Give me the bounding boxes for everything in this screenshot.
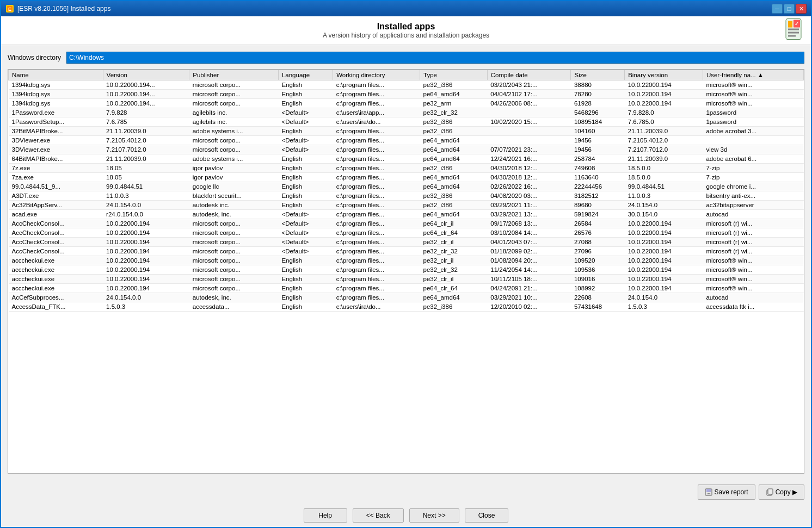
table-cell: 10.0.22000.194 — [625, 238, 703, 247]
col-binary-version[interactable]: Binary version — [625, 70, 703, 80]
table-cell: 10.0.22000.194 — [625, 275, 703, 284]
table-row[interactable]: 32BitMAPIBroke...21.11.20039.0adobe syst… — [9, 127, 804, 136]
table-row[interactable]: 1394kdbg.sys10.0.22000.194...microsoft c… — [9, 80, 804, 90]
table-row[interactable]: acccheckui.exe10.0.22000.194microsoft co… — [9, 265, 804, 275]
table-cell: autocad — [703, 210, 803, 219]
table-cell: 01/08/2094 20:... — [487, 256, 571, 265]
table-cell: 21.11.20039.0 — [103, 127, 189, 136]
col-size[interactable]: Size — [571, 70, 625, 80]
table-cell: 19456 — [571, 136, 625, 145]
help-button[interactable]: Help — [304, 508, 347, 523]
col-type[interactable]: Type — [420, 70, 488, 80]
table-cell: microsoft® win... — [703, 275, 803, 284]
table-cell: 10.0.22000.194 — [625, 228, 703, 238]
copy-button[interactable]: Copy ▶ — [759, 484, 804, 500]
window-controls: ─ □ ✕ — [772, 4, 807, 14]
table-cell: 04/30/2018 12:... — [487, 164, 571, 173]
col-user-friendly[interactable]: User-friendly na... ▲ — [703, 70, 803, 80]
table-cell: 3DViewer.exe — [9, 136, 103, 145]
table-row[interactable]: 1Password.exe7.9.828agilebits inc.<Defau… — [9, 108, 804, 117]
col-name[interactable]: Name — [9, 70, 103, 80]
content-area: Windows directory Name Version Publisher… — [1, 45, 811, 480]
table-row[interactable]: acccheckui.exe10.0.22000.194microsoft co… — [9, 284, 804, 293]
table-cell: 09/17/2068 13:... — [487, 219, 571, 228]
table-cell: 1394kdbg.sys — [9, 80, 103, 90]
table-cell: <Default> — [278, 136, 333, 145]
nav-bar: Help << Back Next >> Close — [1, 504, 811, 527]
table-row[interactable]: AccCheckConsol...10.0.22000.194microsoft… — [9, 228, 804, 238]
table-container[interactable]: Name Version Publisher Language Working … — [8, 69, 804, 474]
save-report-button[interactable]: Save report — [698, 484, 755, 500]
col-publisher[interactable]: Publisher — [189, 70, 279, 80]
table-cell: 07/07/2021 23:... — [487, 145, 571, 154]
svg-rect-6 — [788, 32, 799, 34]
table-cell: 10.0.22000.194 — [625, 219, 703, 228]
table-cell: acccheckui.exe — [9, 256, 103, 265]
table-cell: microsoft® win... — [703, 256, 803, 265]
table-row[interactable]: acad.exer24.0.154.0.0autodesk, inc.<Defa… — [9, 210, 804, 219]
back-button[interactable]: << Back — [353, 508, 404, 523]
table-cell: microsoft® win... — [703, 90, 803, 99]
table-row[interactable]: 1PasswordSetup...7.6.785agilebits inc.<D… — [9, 117, 804, 127]
table-cell: accessdata ftk i... — [703, 302, 803, 312]
col-version[interactable]: Version — [103, 70, 189, 80]
table-cell: 10.0.22000.194 — [103, 256, 189, 265]
table-row[interactable]: 1394kdbg.sys10.0.22000.194...microsoft c… — [9, 99, 804, 108]
svg-text:✓: ✓ — [795, 21, 799, 27]
close-button[interactable]: ✕ — [796, 4, 807, 14]
table-row[interactable]: AcCefSubproces...24.0.154.0.0autodesk, i… — [9, 293, 804, 302]
table-cell: English — [278, 90, 333, 99]
table-cell: 24.0.154.0.0 — [103, 201, 189, 210]
table-cell: 108992 — [571, 284, 625, 293]
table-cell: 7.2107.7012.0 — [625, 145, 703, 154]
table-cell: AcCefSubproces... — [9, 293, 103, 302]
table-cell: pe32_clr_32 — [420, 247, 488, 256]
table-row[interactable]: 3DViewer.exe7.2105.4012.0microsoft corpo… — [9, 136, 804, 145]
table-cell: <Default> — [278, 238, 333, 247]
close-button-nav[interactable]: Close — [465, 508, 509, 523]
table-cell: 7.6.785 — [103, 117, 189, 127]
maximize-button[interactable]: □ — [784, 4, 795, 14]
table-row[interactable]: 7za.exe18.05igor pavlovEnglishc:\program… — [9, 173, 804, 182]
table-cell: 21.11.20039.0 — [625, 154, 703, 164]
col-language[interactable]: Language — [278, 70, 333, 80]
next-button[interactable]: Next >> — [409, 508, 459, 523]
directory-label: Windows directory — [8, 54, 61, 61]
table-row[interactable]: acccheckui.exe10.0.22000.194microsoft co… — [9, 275, 804, 284]
table-cell: <Default> — [278, 117, 333, 127]
table-cell: pe32_i386 — [420, 201, 488, 210]
table-row[interactable]: 3DViewer.exe7.2107.7012.0microsoft corpo… — [9, 145, 804, 154]
table-cell: English — [278, 127, 333, 136]
table-cell: 99.0.4844.51 — [103, 182, 189, 191]
table-row[interactable]: AccCheckConsol...10.0.22000.194microsoft… — [9, 219, 804, 228]
directory-input[interactable] — [66, 52, 804, 64]
table-cell: pe32_clr_il — [420, 256, 488, 265]
table-cell: 1394kdbg.sys — [9, 99, 103, 108]
table-cell: 1394kdbg.sys — [9, 90, 103, 99]
table-row[interactable]: AccessData_FTK...1.5.0.3accessdata...Eng… — [9, 302, 804, 312]
table-cell: A3DT.exe — [9, 191, 103, 201]
table-row[interactable]: AccCheckConsol...10.0.22000.194microsoft… — [9, 238, 804, 247]
table-cell: 10.0.22000.194 — [103, 284, 189, 293]
table-row[interactable]: 64BitMAPIBroke...21.11.20039.0adobe syst… — [9, 154, 804, 164]
col-compile-date[interactable]: Compile date — [487, 70, 571, 80]
table-cell: c:\users\ira\do... — [333, 302, 420, 312]
table-row[interactable]: A3DT.exe11.0.0.3blackfort securit...Engl… — [9, 191, 804, 201]
table-row[interactable]: AccCheckConsol...10.0.22000.194microsoft… — [9, 247, 804, 256]
table-cell — [487, 136, 571, 145]
table-cell: 109016 — [571, 275, 625, 284]
table-cell: 749608 — [571, 164, 625, 173]
table-row[interactable]: 7z.exe18.05igor pavlovEnglishc:\program … — [9, 164, 804, 173]
table-row[interactable]: Ac32BitAppServ...24.0.154.0.0autodesk in… — [9, 201, 804, 210]
table-row[interactable]: 99.0.4844.51_9...99.0.4844.51google llcE… — [9, 182, 804, 191]
table-cell: autodesk inc. — [189, 201, 279, 210]
table-cell: 01/18/2099 02:... — [487, 247, 571, 256]
table-row[interactable]: acccheckui.exe10.0.22000.194microsoft co… — [9, 256, 804, 265]
table-row[interactable]: 1394kdbg.sys10.0.22000.194...microsoft c… — [9, 90, 804, 99]
table-cell: 7.6.785.0 — [625, 117, 703, 127]
table-cell: pe32_clr_32 — [420, 108, 488, 117]
table-header-row: Name Version Publisher Language Working … — [9, 70, 804, 80]
col-working-dir[interactable]: Working directory — [333, 70, 420, 80]
table-cell: <Default> — [278, 219, 333, 228]
minimize-button[interactable]: ─ — [772, 4, 783, 14]
